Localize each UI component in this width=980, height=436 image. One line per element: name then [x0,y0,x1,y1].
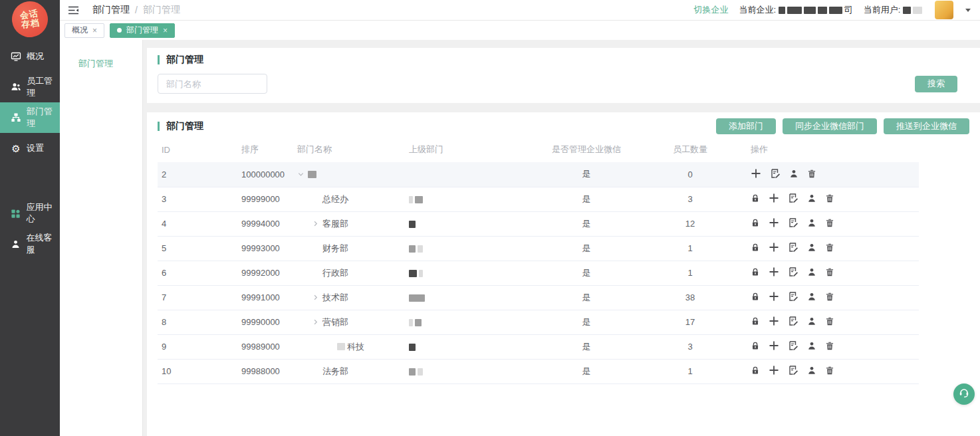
cell-manage-wecom: 是 [533,162,640,187]
current-company: 当前企业: 司 [739,4,853,16]
plus-icon[interactable] [751,168,761,179]
sidebar-item-settings[interactable]: ⚙ 设置 [0,133,60,164]
collapse-menu-icon[interactable] [68,5,79,15]
search-card: 部门管理 搜索 [147,48,980,103]
chevron-right-icon[interactable] [312,318,322,326]
plus-icon[interactable] [769,217,779,228]
trash-icon[interactable] [825,316,834,326]
trash-icon[interactable] [825,193,834,203]
cell-parent-department [405,359,533,383]
tab-overview[interactable]: 概况 × [64,23,104,38]
sidebar-item-departments[interactable]: 部门管理 [0,102,60,133]
sidebar-spacer [0,164,60,198]
sidebar-item-label: 设置 [27,142,44,154]
cell-sort: 99989000 [237,334,293,359]
cell-id: 9 [158,334,237,359]
edit-icon[interactable] [788,365,798,376]
person-icon[interactable] [807,292,816,302]
lock-icon[interactable] [751,292,760,302]
edit-icon[interactable] [788,267,798,277]
tab-departments[interactable]: 部门管理 × [110,23,175,38]
person-icon[interactable] [807,243,816,253]
plus-icon[interactable] [769,316,779,326]
department-name-input[interactable] [158,74,267,94]
lock-icon[interactable] [751,267,760,277]
logo-line2: 存档 [21,18,41,30]
active-dot-icon [117,28,122,33]
lock-icon[interactable] [751,218,760,228]
sidebar-item-online-service[interactable]: 在线客服 [0,229,60,259]
add-department-button[interactable]: 添加部门 [716,118,776,134]
person-icon[interactable] [807,316,816,326]
breadcrumb-main[interactable]: 部门管理 [92,4,130,16]
chevron-right-icon[interactable] [312,220,322,227]
cell-sort: 99994000 [237,211,293,236]
chevron-right-icon[interactable] [312,294,322,301]
close-icon[interactable]: × [163,26,168,35]
close-icon[interactable]: × [92,26,97,35]
submenu-item-departments[interactable]: 部门管理 [78,58,113,68]
lock-icon[interactable] [751,316,760,326]
switch-company-link[interactable]: 切换企业 [694,4,729,16]
trash-icon[interactable] [825,366,834,376]
user-avatar[interactable] [935,1,953,19]
column-header: 是否管理企业微信 [533,137,640,162]
cell-employee-count: 3 [640,334,740,359]
edit-icon[interactable] [788,242,798,253]
edit-icon[interactable] [788,340,798,351]
edit-icon[interactable] [788,316,798,326]
app-logo: 会话 存档 [10,0,51,39]
trash-icon[interactable] [825,243,834,253]
edit-icon[interactable] [788,193,798,203]
table-header-row: ID排序部门名称上级部门是否管理企业微信员工数量操作 [158,137,919,162]
current-user: 当前用户: [864,4,924,16]
org-icon [11,112,21,123]
lock-icon[interactable] [751,243,760,253]
trash-icon[interactable] [825,267,834,277]
edit-icon[interactable] [788,291,798,302]
cell-sort: 99991000 [237,285,293,310]
person-icon[interactable] [807,341,816,351]
chevron-down-icon[interactable] [297,171,308,178]
table-card: 部门管理 添加部门 同步企业微信部门 推送到企业微信 ID排序部门名称上级部门是… [147,112,980,436]
edit-icon[interactable] [770,168,781,179]
tabbar: 概况 × 部门管理 × [60,21,980,40]
plus-icon[interactable] [769,291,779,302]
sidebar-item-employees[interactable]: 员工管理 [0,72,60,102]
plus-icon[interactable] [769,242,779,253]
person-icon[interactable] [807,193,816,203]
plus-icon[interactable] [769,365,779,376]
plus-icon[interactable] [769,340,779,351]
trash-icon[interactable] [825,341,834,351]
department-name: 财务部 [322,243,348,255]
sidebar-item-overview[interactable]: 概况 [0,41,60,72]
sync-wecom-departments-button[interactable]: 同步企业微信部门 [783,118,877,134]
lock-icon[interactable] [751,341,760,351]
table-row: 799991000技术部是38 [158,285,919,310]
customer-support-button[interactable] [953,383,975,405]
push-to-wecom-button[interactable]: 推送到企业微信 [884,118,969,134]
cell-id: 10 [158,359,237,383]
search-button[interactable]: 搜索 [915,76,957,92]
department-name: 技术部 [322,292,348,304]
edit-icon[interactable] [788,217,798,228]
table-row: 499994000客服部是12 [158,211,919,236]
person-icon[interactable] [789,169,798,179]
person-icon[interactable] [807,267,816,277]
gear-icon: ⚙ [11,143,21,154]
departments-table: ID排序部门名称上级部门是否管理企业微信员工数量操作 2100000000是03… [158,137,919,384]
trash-icon[interactable] [807,169,816,179]
person-icon[interactable] [807,366,816,376]
plus-icon[interactable] [769,267,779,277]
lock-icon[interactable] [751,193,760,203]
trash-icon[interactable] [825,292,834,302]
lock-icon[interactable] [751,366,760,376]
trash-icon[interactable] [825,218,834,228]
sidebar-item-app-center[interactable]: 应用中心 [0,198,60,229]
plus-icon[interactable] [769,193,779,203]
cell-employee-count: 38 [640,285,740,310]
cell-operations [740,285,919,310]
user-menu-caret-icon[interactable] [965,9,971,12]
sidebar-item-label: 在线客服 [27,232,60,256]
person-icon[interactable] [807,218,816,228]
